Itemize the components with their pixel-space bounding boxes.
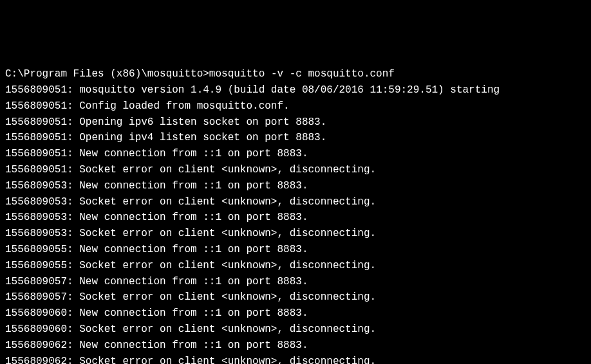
command-prompt-line[interactable]: C:\Program Files (x86)\mosquitto>mosquit…: [5, 66, 586, 82]
log-line: 1556809057: Socket error on client <unkn…: [5, 289, 586, 305]
log-line: 1556809051: Socket error on client <unkn…: [5, 162, 586, 178]
log-output: 1556809051: mosquitto version 1.4.9 (bui…: [5, 82, 586, 364]
log-line: 1556809062: New connection from ::1 on p…: [5, 338, 586, 354]
log-line: 1556809062: Socket error on client <unkn…: [5, 354, 586, 364]
command-text: mosquitto -v -c mosquitto.conf: [209, 68, 395, 80]
log-line: 1556809055: New connection from ::1 on p…: [5, 242, 586, 258]
log-line: 1556809053: New connection from ::1 on p…: [5, 210, 586, 226]
log-line: 1556809055: Socket error on client <unkn…: [5, 258, 586, 274]
log-line: 1556809053: Socket error on client <unkn…: [5, 226, 586, 242]
terminal-output: C:\Program Files (x86)\mosquitto>mosquit…: [5, 66, 586, 364]
log-line: 1556809051: mosquitto version 1.4.9 (bui…: [5, 82, 586, 98]
log-line: 1556809051: New connection from ::1 on p…: [5, 146, 586, 162]
log-line: 1556809057: New connection from ::1 on p…: [5, 274, 586, 290]
log-line: 1556809051: Opening ipv4 listen socket o…: [5, 130, 586, 146]
log-line: 1556809053: New connection from ::1 on p…: [5, 178, 586, 194]
log-line: 1556809060: Socket error on client <unkn…: [5, 322, 586, 338]
log-line: 1556809053: Socket error on client <unkn…: [5, 194, 586, 210]
log-line: 1556809060: New connection from ::1 on p…: [5, 305, 586, 322]
log-line: 1556809051: Opening ipv6 listen socket o…: [5, 114, 586, 131]
prompt-path: C:\Program Files (x86)\mosquitto>: [5, 68, 209, 80]
log-line: 1556809051: Config loaded from mosquitto…: [5, 98, 586, 114]
